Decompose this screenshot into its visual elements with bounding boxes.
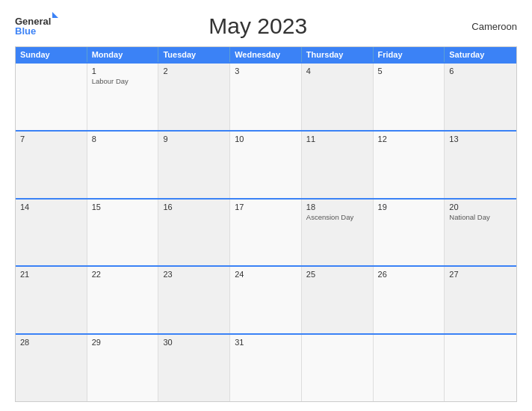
calendar-header-row: Sunday Monday Tuesday Wednesday Thursday…: [16, 47, 516, 62]
week-4: 21 22 23 24 25 26 27: [16, 265, 516, 333]
cell-w5-wed: 31: [230, 335, 302, 401]
cell-w4-wed: 24: [230, 267, 302, 333]
week-1: 1Labour Day 2 3 4 5 6: [16, 62, 516, 130]
cell-w2-fri: 12: [374, 132, 445, 198]
cell-w4-mon: 22: [87, 267, 159, 333]
header-monday: Monday: [87, 47, 159, 62]
cell-w1-thu: 4: [302, 64, 374, 130]
header-friday: Friday: [374, 47, 445, 62]
country-label: Cameroon: [457, 21, 517, 32]
cell-w1-fri: 5: [374, 64, 445, 130]
cell-w4-sun: 21: [16, 267, 87, 333]
cell-w1-mon: 1Labour Day: [87, 64, 159, 130]
week-2: 7 8 9 10 11 12 13: [16, 130, 516, 198]
header-wednesday: Wednesday: [230, 47, 302, 62]
header-sunday: Sunday: [16, 47, 87, 62]
calendar-grid: Sunday Monday Tuesday Wednesday Thursday…: [15, 46, 517, 402]
cell-w5-sat: [445, 335, 516, 401]
cell-w4-thu: 25: [302, 267, 374, 333]
cell-w5-mon: 29: [87, 335, 159, 401]
cell-w1-sun: [16, 64, 87, 130]
cell-w3-tue: 16: [158, 200, 230, 266]
cell-w4-fri: 26: [374, 267, 445, 333]
cell-w3-fri: 19: [374, 200, 445, 266]
cell-w2-mon: 8: [87, 132, 159, 198]
cell-w3-wed: 17: [230, 200, 302, 266]
header-saturday: Saturday: [445, 47, 516, 62]
logo-wrapper: General Blue: [15, 16, 58, 36]
cell-w2-thu: 11: [302, 132, 374, 198]
cell-w2-wed: 10: [230, 132, 302, 198]
week-3: 14 15 16 17 18Ascension Day 19 20Nationa…: [16, 198, 516, 266]
week-5: 28 29 30 31: [16, 333, 516, 401]
cell-w5-tue: 30: [158, 335, 230, 401]
cell-w2-sun: 7: [16, 132, 87, 198]
cell-w4-tue: 23: [158, 267, 230, 333]
cell-w5-thu: [302, 335, 374, 401]
cell-w1-sat: 6: [445, 64, 516, 130]
cell-w1-wed: 3: [230, 64, 302, 130]
cell-w3-thu: 18Ascension Day: [302, 200, 374, 266]
cell-w3-mon: 15: [87, 200, 159, 266]
header-thursday: Thursday: [302, 47, 374, 62]
cell-w4-sat: 27: [445, 267, 516, 333]
cell-w5-fri: [374, 335, 445, 401]
logo: General Blue: [15, 16, 58, 36]
calendar-page: General Blue May 2023 Cameroon Sunday Mo…: [0, 0, 532, 411]
logo-triangle-icon: [52, 12, 58, 18]
cell-w3-sat: 20National Day: [445, 200, 516, 266]
cell-w3-sun: 14: [16, 200, 87, 266]
cell-w5-sun: 28: [16, 335, 87, 401]
cell-w1-tue: 2: [158, 64, 230, 130]
cell-w2-sat: 13: [445, 132, 516, 198]
cell-w2-tue: 9: [158, 132, 230, 198]
logo-blue-text: Blue: [15, 26, 58, 36]
page-header: General Blue May 2023 Cameroon: [15, 13, 517, 39]
page-title: May 2023: [58, 13, 457, 39]
header-tuesday: Tuesday: [158, 47, 230, 62]
